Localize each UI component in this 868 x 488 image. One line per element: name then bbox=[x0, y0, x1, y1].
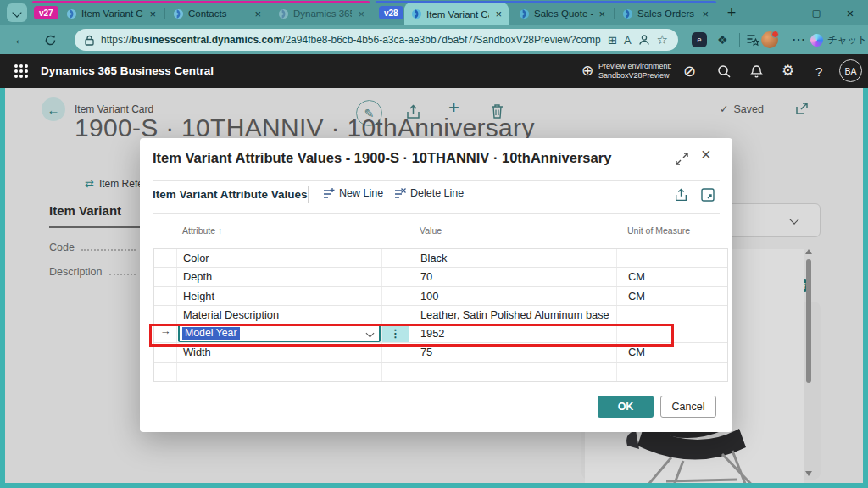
profile-icon[interactable] bbox=[638, 34, 650, 46]
cell-value[interactable] bbox=[409, 363, 617, 381]
back-button[interactable]: ← bbox=[14, 32, 27, 47]
window-close-button[interactable]: × bbox=[841, 4, 860, 21]
new-line-button[interactable]: New Line bbox=[323, 187, 383, 199]
cell-unit-of-measure[interactable] bbox=[617, 249, 729, 267]
extensions-icon[interactable]: ❖ bbox=[717, 32, 728, 47]
ok-button[interactable]: OK bbox=[598, 396, 654, 418]
tab-search-menu-button[interactable] bbox=[7, 3, 27, 22]
row-menu-cell[interactable] bbox=[382, 249, 409, 267]
table-row[interactable]: Height100CM bbox=[154, 287, 727, 306]
cancel-button[interactable]: Cancel bbox=[660, 396, 716, 418]
row-menu-cell[interactable] bbox=[382, 343, 409, 361]
table-row[interactable]: ColorBlack bbox=[154, 249, 727, 268]
column-header-attribute[interactable]: Attribute ↑ bbox=[176, 225, 381, 236]
expand-dialog-icon[interactable] bbox=[676, 152, 688, 165]
row-menu-cell[interactable] bbox=[382, 287, 409, 305]
cell-attribute[interactable]: Color bbox=[177, 249, 382, 267]
cell-unit-of-measure[interactable] bbox=[617, 306, 729, 324]
open-in-excel-icon[interactable] bbox=[701, 188, 715, 202]
waffle-menu-icon[interactable] bbox=[14, 64, 18, 68]
table-row[interactable]: Depth70CM bbox=[154, 268, 727, 286]
table-row[interactable]: Material DescriptionLeather, Satin Polis… bbox=[154, 306, 727, 324]
environment-indicator[interactable]: Preview environment: SandboxV28Preview bbox=[598, 62, 687, 80]
collections-icon[interactable] bbox=[746, 33, 760, 47]
cell-attribute[interactable]: Depth bbox=[177, 268, 382, 286]
row-selector-cell[interactable] bbox=[154, 343, 177, 361]
attribute-combobox[interactable]: Model Year bbox=[178, 324, 381, 342]
new-tab-button[interactable]: + bbox=[722, 4, 741, 21]
row-selector-cell[interactable] bbox=[154, 287, 177, 305]
row-selector-cell[interactable] bbox=[154, 306, 177, 324]
copilot-icon[interactable]: ⊘ bbox=[683, 64, 696, 79]
cell-value[interactable]: 100 bbox=[409, 287, 617, 305]
window-maximize-button[interactable]: ▢ bbox=[807, 4, 826, 21]
cell-unit-of-measure[interactable] bbox=[617, 324, 729, 342]
split-screen-icon[interactable]: ⊞ bbox=[608, 34, 617, 47]
share-icon[interactable] bbox=[674, 188, 688, 202]
row-menu-cell[interactable] bbox=[382, 363, 409, 381]
tab-close-icon[interactable]: × bbox=[598, 8, 605, 20]
browser-tab[interactable]: Sales Orders × bbox=[615, 3, 715, 24]
browser-tab[interactable]: Sales Quote - 1001 × bbox=[512, 3, 612, 24]
window-minimize-button[interactable]: – bbox=[775, 4, 793, 21]
cell-attribute[interactable]: Model Year bbox=[177, 324, 382, 342]
cell-unit-of-measure[interactable]: CM bbox=[617, 268, 729, 286]
cell-attribute[interactable]: Height bbox=[177, 287, 382, 305]
cell-value[interactable]: 70 bbox=[409, 268, 617, 286]
cell-attribute[interactable]: Material Description bbox=[177, 306, 382, 324]
cell-value[interactable]: Black bbox=[409, 249, 617, 267]
close-dialog-icon[interactable]: × bbox=[701, 145, 711, 164]
more-menu-icon[interactable]: ⋯ bbox=[792, 32, 805, 47]
cell-value[interactable]: 75 bbox=[409, 343, 617, 361]
tab-close-icon[interactable]: × bbox=[358, 8, 364, 20]
row-ellipsis-menu-icon[interactable]: ⋮ bbox=[390, 327, 401, 340]
cell-unit-of-measure[interactable]: CM bbox=[617, 287, 729, 305]
tab-close-icon[interactable]: × bbox=[149, 8, 156, 20]
read-aloud-icon[interactable]: A bbox=[624, 34, 632, 47]
tab-group-badge-v28[interactable]: v28 bbox=[379, 6, 403, 19]
favorite-star-icon[interactable]: ☆ bbox=[657, 32, 668, 47]
row-menu-cell[interactable] bbox=[382, 268, 409, 286]
cell-unit-of-measure[interactable]: CM bbox=[617, 343, 729, 361]
gear-icon[interactable]: ⚙ bbox=[782, 64, 794, 79]
row-selector-cell[interactable] bbox=[154, 363, 177, 381]
copilot-chat-button[interactable]: チャット bbox=[810, 30, 867, 49]
row-menu-cell[interactable] bbox=[382, 306, 409, 324]
tab-close-icon[interactable]: × bbox=[254, 8, 261, 20]
url-field[interactable]: https://businesscentral.dynamics.com/2a9… bbox=[75, 29, 678, 51]
row-selector-cell[interactable] bbox=[154, 268, 177, 286]
url-text[interactable]: https://businesscentral.dynamics.com/2a9… bbox=[101, 34, 601, 46]
user-avatar[interactable]: BA bbox=[839, 59, 862, 82]
help-icon[interactable]: ? bbox=[815, 64, 822, 80]
table-row[interactable]: →Model Year⋮1952 bbox=[154, 324, 727, 343]
tab-close-icon[interactable]: × bbox=[495, 8, 502, 20]
search-icon[interactable] bbox=[717, 64, 732, 79]
lock-icon[interactable] bbox=[85, 35, 94, 46]
table-row[interactable]: Width75CM bbox=[154, 343, 727, 362]
cell-attribute[interactable]: Width bbox=[177, 343, 382, 361]
cell-value[interactable]: 1952 bbox=[409, 324, 617, 342]
browser-profile-avatar[interactable] bbox=[761, 31, 778, 48]
cell-value[interactable]: Leather, Satin Polished Aluminum base bbox=[409, 306, 617, 324]
row-selector-cell[interactable]: → bbox=[154, 324, 177, 342]
chevron-down-icon[interactable] bbox=[366, 330, 375, 338]
row-menu-cell[interactable]: ⋮ bbox=[382, 324, 409, 342]
browser-tab[interactable]: Contacts × bbox=[166, 3, 268, 24]
browser-tab-active[interactable]: Item Variant Card × bbox=[404, 3, 509, 25]
extension-badge-icon[interactable]: e bbox=[692, 32, 707, 47]
row-selector-cell[interactable] bbox=[154, 249, 177, 267]
refresh-button[interactable] bbox=[44, 34, 57, 47]
browser-tab[interactable]: Item Variant Card × bbox=[59, 3, 163, 24]
cell-unit-of-measure[interactable] bbox=[617, 363, 729, 381]
globe-icon[interactable]: ⊕ bbox=[581, 64, 593, 79]
delete-line-button[interactable]: Delete Line bbox=[394, 187, 464, 199]
browser-tab[interactable]: Dynamics 365 Bus × bbox=[271, 3, 371, 24]
cell-attribute[interactable] bbox=[177, 363, 382, 381]
column-header-value[interactable]: Value bbox=[409, 225, 616, 236]
app-title[interactable]: Dynamics 365 Business Central bbox=[41, 64, 214, 77]
bell-icon[interactable] bbox=[749, 64, 764, 79]
tab-close-icon[interactable]: × bbox=[702, 8, 709, 20]
tab-group-badge-v27[interactable]: v27 bbox=[34, 6, 58, 19]
table-row[interactable] bbox=[154, 363, 727, 381]
column-header-uom[interactable]: Unit of Measure bbox=[616, 225, 728, 236]
